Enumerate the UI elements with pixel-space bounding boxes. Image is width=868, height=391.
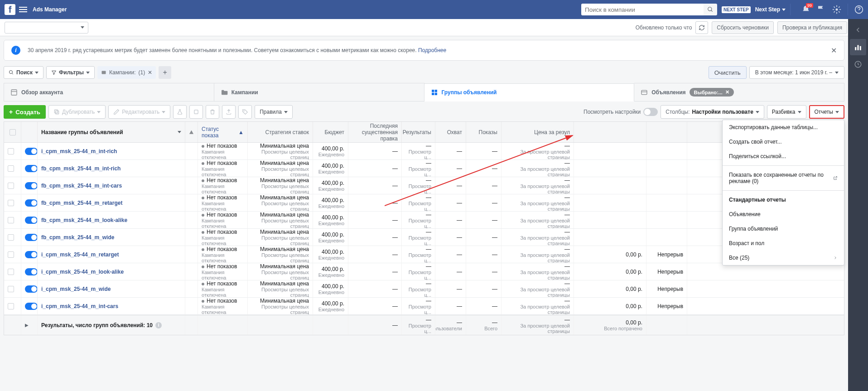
gear-icon[interactable] xyxy=(832,5,841,14)
rail-collapse-icon[interactable] xyxy=(850,22,866,36)
updated-label: Обновлено только что xyxy=(636,24,692,31)
search-button[interactable] xyxy=(704,4,717,15)
search-icon xyxy=(707,6,714,13)
review-publish-button[interactable]: Проверка и публикация xyxy=(777,21,847,34)
right-rail xyxy=(848,19,868,36)
facebook-logo[interactable]: f xyxy=(5,4,15,15)
account-caret-icon[interactable] xyxy=(782,9,786,11)
top-bar: f Ads Manager NEXT STEP Next Step 99 xyxy=(0,0,868,19)
hamburger-icon[interactable] xyxy=(19,5,27,14)
account-logo-chip[interactable]: NEXT STEP xyxy=(722,6,751,13)
notification-badge: 99 xyxy=(806,3,813,8)
flag-icon[interactable] xyxy=(817,5,826,14)
svg-point-0 xyxy=(708,7,712,11)
svg-line-1 xyxy=(711,10,713,12)
svg-point-2 xyxy=(836,9,838,11)
company-search-input[interactable] xyxy=(581,4,704,15)
notifications-icon[interactable]: 99 xyxy=(801,5,810,14)
sub-bar: Обновлено только что Сбросить черновики … xyxy=(0,19,868,36)
refresh-icon xyxy=(699,24,705,31)
account-dropdown[interactable] xyxy=(5,22,88,34)
help-icon[interactable] xyxy=(854,5,863,14)
refresh-button[interactable] xyxy=(695,21,708,34)
account-name[interactable]: Next Step xyxy=(755,6,780,13)
reset-drafts-button[interactable]: Сбросить черновики xyxy=(712,21,774,34)
app-title: Ads Manager xyxy=(33,6,581,13)
